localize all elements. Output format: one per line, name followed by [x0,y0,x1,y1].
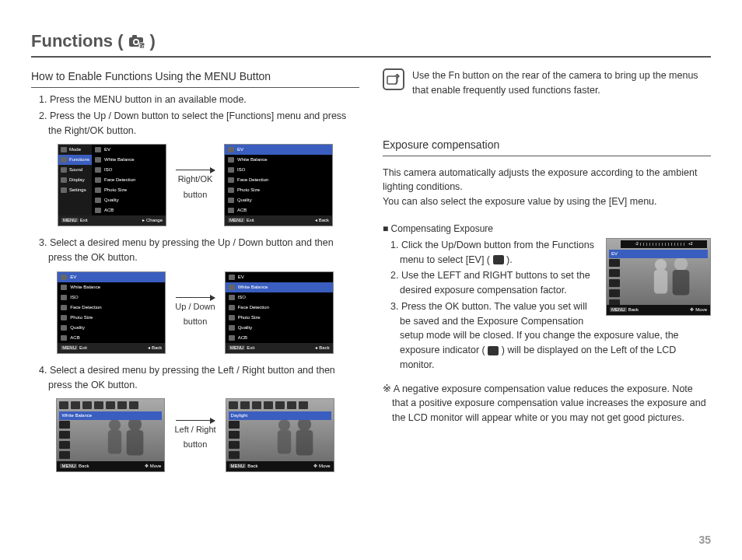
arrow-rightok: Right/OK button [176,170,215,201]
wb-icon [228,157,234,163]
iso-icon [228,167,234,173]
svg-rect-13 [296,430,313,456]
face-icon [95,177,101,183]
ev-note: ※ A negative exposure compensation value… [383,382,711,425]
step-3: 3. Select a desired menu by pressing the… [39,236,359,265]
photo-screen-wb: White Balance MENUBack ✥Move [56,398,165,472]
display-icon [61,177,67,183]
svg-point-10 [278,419,290,431]
step-1: 1. Press the MENU button in an available… [39,93,359,107]
iso-icon [61,295,67,300]
acb-icon [228,208,234,213]
svg-rect-11 [277,430,290,453]
svg-rect-16 [654,270,667,293]
camera-screen-1: Mode Functions Sound Display Settings EV… [58,144,166,226]
note-icon [383,68,404,90]
arrow-icon [176,297,215,298]
arrow-leftright: Left / Right button [174,420,215,451]
exposure-p1: This camera automatically adjusts the ex… [383,166,711,195]
page-number: 35 [698,534,711,546]
ev-icon [229,275,235,280]
mode-icon [61,147,67,152]
camera-screen-2: EV White Balance ISO Face Detection Phot… [224,144,333,226]
svg-rect-1 [132,35,137,38]
quality-icon [228,198,234,203]
page-title: Functions ( Fn ) [31,31,711,58]
section-heading-exposure: Exposure compensation [383,137,711,156]
step-4: 4. Select a desired menu by pressing the… [39,363,359,393]
camera-screen-3: EV White Balance ISO Face Detection Phot… [57,271,166,354]
quality-icon [61,325,67,331]
section-heading-enable-functions: How to Enable Functions Using the MENU B… [31,68,359,88]
svg-point-17 [674,257,688,271]
camera-screen-4: EV White Balance ISO Face Detection Phot… [225,271,334,354]
size-icon [95,187,101,193]
photo-screen-ev: -2 +2 EV MENUBack ✥Move [606,238,711,316]
iso-icon [229,295,235,300]
photo-people-icon [646,253,696,296]
sub-heading-compensating: ■ Compensating Exposure [383,222,711,236]
ev-indicator-icon: ± [488,346,499,355]
tip-box: Use the Fn button on the rear of the cam… [383,68,711,98]
arrow-icon [176,170,215,170]
quality-icon [229,325,235,331]
size-icon [61,315,67,320]
title-suffix: ) [150,31,156,51]
acb-icon [229,335,235,341]
screen-row-3: White Balance MENUBack ✥Move Left / Righ… [31,398,359,472]
wb-icon [229,285,235,290]
camera-fn-icon: Fn [128,34,145,48]
settings-icon [61,187,67,193]
svg-rect-14 [387,76,397,84]
ev-indicator-icon: ± [493,255,504,264]
ev-icon [228,147,234,152]
size-icon [229,315,235,320]
svg-rect-7 [108,430,121,453]
left-column: How to Enable Functions Using the MENU B… [31,68,359,481]
ev-icon [61,275,67,280]
size-icon [228,187,234,193]
sound-icon [61,167,67,173]
svg-point-6 [109,419,121,431]
screen-row-2: EV White Balance ISO Face Detection Phot… [31,271,359,354]
svg-point-15 [655,259,667,271]
arrow-icon [176,420,215,421]
functions-icon [61,157,67,163]
wb-icon [95,157,101,163]
wb-icon [61,285,67,290]
svg-rect-18 [673,270,690,296]
face-icon [61,305,67,310]
step-2: 2. Press the Up / Down button to select … [39,109,359,138]
iso-icon [95,167,101,173]
ev-icon [95,147,101,152]
acb-icon [95,208,101,213]
face-icon [228,177,234,183]
quality-icon [95,198,101,203]
svg-point-3 [134,40,138,44]
screen-row-1: Mode Functions Sound Display Settings EV… [31,144,359,226]
svg-text:Fn: Fn [138,44,145,48]
exposure-p2: You can also select the exposure value b… [383,194,711,209]
right-column: Use the Fn button on the rear of the cam… [383,68,711,481]
svg-rect-9 [127,430,144,456]
photo-screen-daylight: Daylight MENUBack ✥Move [226,398,334,472]
tip-text: Use the Fn button on the rear of the cam… [412,68,711,98]
face-icon [229,305,235,310]
acb-icon [61,335,67,341]
title-prefix: Functions ( [31,31,124,51]
arrow-updown: Up / Down button [175,297,215,328]
